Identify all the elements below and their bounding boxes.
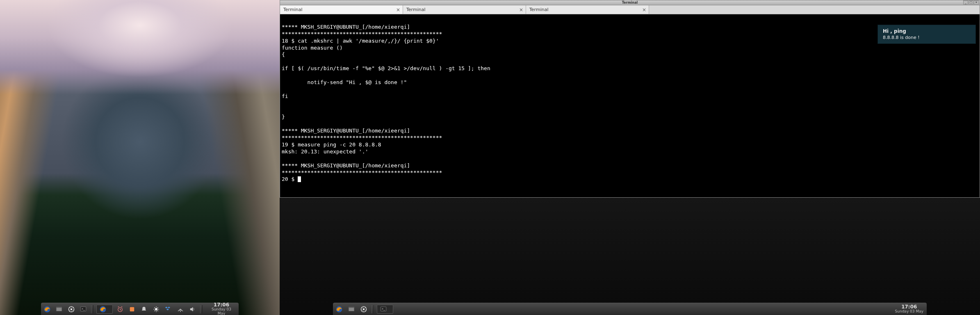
alarm-icon[interactable] [115,304,125,314]
terminal-cursor [298,176,301,182]
terminal-tabs: Terminal × Terminal × Terminal × [280,5,980,14]
svg-point-16 [363,308,365,310]
tab-label: Terminal [406,7,426,12]
terminal-tab-1[interactable]: Terminal × [280,5,403,14]
monitor-left: >_ 17:06 Sunday 03 May [0,0,280,315]
clock-date: Sunday 03 May [895,310,923,314]
files-icon[interactable] [54,304,64,314]
notification-body: 8.8.8.8 is done ! [883,35,971,40]
tab-label: Terminal [283,7,303,12]
svg-text:>_: >_ [382,307,385,310]
terminal-tab-2[interactable]: Terminal × [403,5,526,14]
network-icon[interactable] [175,304,185,314]
svg-point-10 [155,308,157,310]
menu-icon[interactable] [66,304,76,314]
brightness-icon[interactable] [151,304,161,314]
svg-rect-9 [130,307,134,311]
svg-text:>_: >_ [82,307,85,310]
svg-rect-14 [349,307,354,308]
menu-icon[interactable] [359,304,369,314]
terminal-window: Terminal _ □ ✕ Terminal × Terminal × Ter… [280,0,980,198]
close-button[interactable]: ✕ [974,0,979,5]
separator [371,305,374,313]
files-icon[interactable] [346,304,356,314]
svg-point-4 [70,308,72,310]
wallpaper-yosemite [0,0,280,315]
svg-point-11 [180,311,181,312]
minimize-button[interactable]: _ [963,0,968,5]
separator [91,305,93,313]
window-titlebar[interactable]: Terminal _ □ ✕ [280,0,980,5]
terminal-body[interactable]: ***** MKSH_SERGIY@UBUNTU_[/home/xieerqi]… [280,14,980,197]
svg-rect-2 [56,307,62,308]
firefox-icon[interactable] [334,304,344,314]
dropbox-icon[interactable] [164,304,173,314]
taskbar-right: >_ 17:06 Sunday 03 May [333,303,927,315]
clock-date: Sunday 03 May [207,308,235,315]
maximize-button[interactable]: □ [969,0,973,5]
notification-title: Hi , ping [883,28,971,34]
bell-icon[interactable] [139,304,149,314]
media-icon[interactable] [127,304,137,314]
clock[interactable]: 17:06 Sunday 03 May [892,304,927,314]
taskbar-left: >_ 17:06 Sunday 03 May [41,303,239,315]
separator [200,305,203,313]
firefox-icon[interactable] [42,304,52,314]
monitor-right: Terminal _ □ ✕ Terminal × Terminal × Ter… [280,0,980,315]
volume-icon[interactable] [188,304,197,314]
window-title: Terminal [622,1,638,5]
tab-close-icon[interactable]: × [519,7,523,13]
terminal-icon[interactable]: >_ [78,304,88,314]
clock[interactable]: 17:06 Sunday 03 May [204,302,239,315]
tab-close-icon[interactable]: × [396,7,400,13]
terminal-tab-3[interactable]: Terminal × [526,5,649,14]
task-terminal[interactable]: >_ [377,305,393,314]
notification-toast[interactable]: Hi , ping 8.8.8.8 is done ! [877,25,976,44]
task-firefox[interactable] [96,305,113,314]
tab-label: Terminal [529,7,549,12]
tab-close-icon[interactable]: × [642,7,646,13]
